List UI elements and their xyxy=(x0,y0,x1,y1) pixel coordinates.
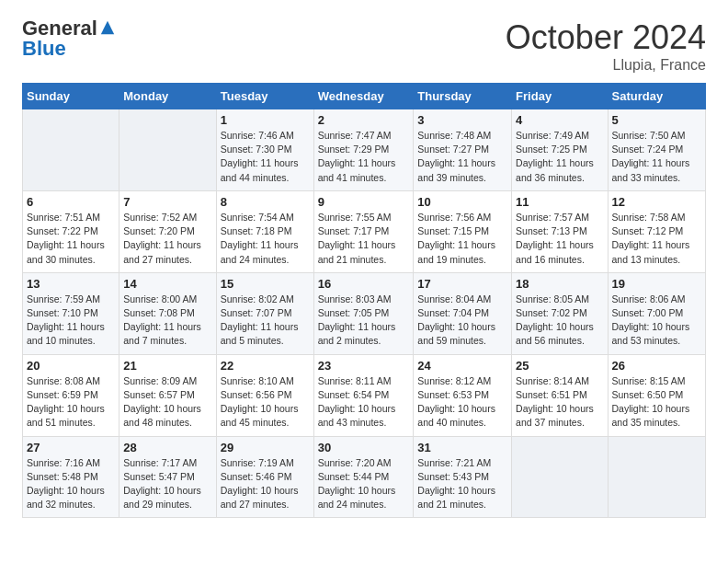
logo-icon xyxy=(99,19,116,36)
day-info: Sunrise: 7:54 AM Sunset: 7:18 PM Dayligh… xyxy=(221,211,310,267)
day-number: 7 xyxy=(123,195,212,209)
calendar-body: 1Sunrise: 7:46 AM Sunset: 7:30 PM Daylig… xyxy=(23,109,706,518)
calendar-cell xyxy=(23,109,119,191)
calendar-cell: 25Sunrise: 8:14 AM Sunset: 6:51 PM Dayli… xyxy=(512,354,608,436)
day-number: 1 xyxy=(221,113,310,127)
calendar-cell: 30Sunrise: 7:20 AM Sunset: 5:44 PM Dayli… xyxy=(313,436,414,518)
day-number: 19 xyxy=(612,277,701,291)
day-info: Sunrise: 7:20 AM Sunset: 5:44 PM Dayligh… xyxy=(318,456,410,512)
day-number: 13 xyxy=(27,277,115,291)
day-number: 2 xyxy=(318,113,410,127)
calendar-week-1: 6Sunrise: 7:51 AM Sunset: 7:22 PM Daylig… xyxy=(23,190,706,272)
day-number: 22 xyxy=(221,359,310,373)
logo: General Blue xyxy=(22,18,116,59)
calendar-cell: 17Sunrise: 8:04 AM Sunset: 7:04 PM Dayli… xyxy=(414,272,512,354)
calendar-cell: 8Sunrise: 7:54 AM Sunset: 7:18 PM Daylig… xyxy=(216,190,313,272)
day-info: Sunrise: 8:06 AM Sunset: 7:00 PM Dayligh… xyxy=(612,293,701,349)
calendar-cell xyxy=(512,436,608,518)
day-info: Sunrise: 7:58 AM Sunset: 7:12 PM Dayligh… xyxy=(612,211,701,267)
day-number: 26 xyxy=(612,359,701,373)
day-info: Sunrise: 7:46 AM Sunset: 7:30 PM Dayligh… xyxy=(221,129,310,185)
calendar-cell: 2Sunrise: 7:47 AM Sunset: 7:29 PM Daylig… xyxy=(313,109,414,191)
day-number: 10 xyxy=(417,195,507,209)
calendar-cell: 5Sunrise: 7:50 AM Sunset: 7:24 PM Daylig… xyxy=(608,109,705,191)
day-info: Sunrise: 8:10 AM Sunset: 6:56 PM Dayligh… xyxy=(221,374,310,431)
day-number: 27 xyxy=(27,441,115,454)
day-number: 20 xyxy=(27,359,115,373)
header: General Blue October 2024 Llupia, France xyxy=(22,18,706,74)
day-info: Sunrise: 8:11 AM Sunset: 6:54 PM Dayligh… xyxy=(318,374,410,431)
calendar-cell: 26Sunrise: 8:15 AM Sunset: 6:50 PM Dayli… xyxy=(608,354,705,436)
col-sunday: Sunday xyxy=(23,84,119,109)
day-info: Sunrise: 7:52 AM Sunset: 7:20 PM Dayligh… xyxy=(123,211,212,267)
calendar-cell: 29Sunrise: 7:19 AM Sunset: 5:46 PM Dayli… xyxy=(216,436,313,518)
day-info: Sunrise: 7:51 AM Sunset: 7:22 PM Dayligh… xyxy=(27,211,115,267)
day-number: 30 xyxy=(318,441,410,454)
calendar-cell: 12Sunrise: 7:58 AM Sunset: 7:12 PM Dayli… xyxy=(608,190,705,272)
calendar-header: Sunday Monday Tuesday Wednesday Thursday… xyxy=(23,84,706,109)
day-info: Sunrise: 8:00 AM Sunset: 7:08 PM Dayligh… xyxy=(123,293,212,349)
logo-blue-text: Blue xyxy=(22,39,66,59)
day-number: 15 xyxy=(221,277,310,291)
calendar-week-0: 1Sunrise: 7:46 AM Sunset: 7:30 PM Daylig… xyxy=(23,109,706,191)
calendar-cell: 22Sunrise: 8:10 AM Sunset: 6:56 PM Dayli… xyxy=(216,354,313,436)
header-row: Sunday Monday Tuesday Wednesday Thursday… xyxy=(23,84,706,109)
day-number: 24 xyxy=(417,359,507,373)
day-number: 3 xyxy=(417,113,507,127)
calendar-cell xyxy=(119,109,217,191)
day-number: 21 xyxy=(123,359,212,373)
day-number: 31 xyxy=(417,441,507,454)
col-saturday: Saturday xyxy=(608,84,705,109)
day-number: 6 xyxy=(27,195,115,209)
calendar-cell: 31Sunrise: 7:21 AM Sunset: 5:43 PM Dayli… xyxy=(414,436,512,518)
day-info: Sunrise: 7:49 AM Sunset: 7:25 PM Dayligh… xyxy=(516,129,603,185)
day-info: Sunrise: 7:59 AM Sunset: 7:10 PM Dayligh… xyxy=(27,293,115,349)
calendar-cell: 18Sunrise: 8:05 AM Sunset: 7:02 PM Dayli… xyxy=(512,272,608,354)
day-info: Sunrise: 8:12 AM Sunset: 6:53 PM Dayligh… xyxy=(417,374,507,431)
calendar-cell: 19Sunrise: 8:06 AM Sunset: 7:00 PM Dayli… xyxy=(608,272,705,354)
col-friday: Friday xyxy=(512,84,608,109)
col-thursday: Thursday xyxy=(414,84,512,109)
day-info: Sunrise: 8:04 AM Sunset: 7:04 PM Dayligh… xyxy=(417,293,507,349)
day-number: 25 xyxy=(516,359,603,373)
calendar-cell: 1Sunrise: 7:46 AM Sunset: 7:30 PM Daylig… xyxy=(216,109,313,191)
calendar-cell: 24Sunrise: 8:12 AM Sunset: 6:53 PM Dayli… xyxy=(414,354,512,436)
svg-marker-0 xyxy=(101,21,114,34)
day-number: 28 xyxy=(123,441,212,454)
day-info: Sunrise: 7:56 AM Sunset: 7:15 PM Dayligh… xyxy=(417,211,507,267)
calendar-cell: 21Sunrise: 8:09 AM Sunset: 6:57 PM Dayli… xyxy=(119,354,217,436)
location: Llupia, France xyxy=(506,57,706,74)
day-number: 8 xyxy=(221,195,310,209)
day-info: Sunrise: 8:02 AM Sunset: 7:07 PM Dayligh… xyxy=(221,293,310,349)
day-number: 23 xyxy=(318,359,410,373)
day-info: Sunrise: 7:55 AM Sunset: 7:17 PM Dayligh… xyxy=(318,211,410,267)
calendar-cell: 7Sunrise: 7:52 AM Sunset: 7:20 PM Daylig… xyxy=(119,190,217,272)
day-info: Sunrise: 7:57 AM Sunset: 7:13 PM Dayligh… xyxy=(516,211,603,267)
calendar-week-2: 13Sunrise: 7:59 AM Sunset: 7:10 PM Dayli… xyxy=(23,272,706,354)
day-number: 16 xyxy=(318,277,410,291)
calendar-cell: 4Sunrise: 7:49 AM Sunset: 7:25 PM Daylig… xyxy=(512,109,608,191)
calendar-cell: 28Sunrise: 7:17 AM Sunset: 5:47 PM Dayli… xyxy=(119,436,217,518)
calendar-cell: 11Sunrise: 7:57 AM Sunset: 7:13 PM Dayli… xyxy=(512,190,608,272)
day-info: Sunrise: 8:09 AM Sunset: 6:57 PM Dayligh… xyxy=(123,374,212,431)
col-monday: Monday xyxy=(119,84,217,109)
logo-general-text: General xyxy=(22,18,97,39)
day-number: 17 xyxy=(417,277,507,291)
col-tuesday: Tuesday xyxy=(216,84,313,109)
day-number: 5 xyxy=(612,113,701,127)
day-info: Sunrise: 8:14 AM Sunset: 6:51 PM Dayligh… xyxy=(516,374,603,431)
day-info: Sunrise: 7:47 AM Sunset: 7:29 PM Dayligh… xyxy=(318,129,410,185)
col-wednesday: Wednesday xyxy=(313,84,414,109)
day-info: Sunrise: 8:15 AM Sunset: 6:50 PM Dayligh… xyxy=(612,374,701,431)
day-number: 18 xyxy=(516,277,603,291)
day-info: Sunrise: 7:16 AM Sunset: 5:48 PM Dayligh… xyxy=(27,456,115,512)
calendar-cell: 16Sunrise: 8:03 AM Sunset: 7:05 PM Dayli… xyxy=(313,272,414,354)
calendar-cell: 6Sunrise: 7:51 AM Sunset: 7:22 PM Daylig… xyxy=(23,190,119,272)
day-number: 14 xyxy=(123,277,212,291)
day-number: 12 xyxy=(612,195,701,209)
day-info: Sunrise: 7:19 AM Sunset: 5:46 PM Dayligh… xyxy=(221,456,310,512)
month-title: October 2024 xyxy=(506,18,706,57)
calendar-cell: 27Sunrise: 7:16 AM Sunset: 5:48 PM Dayli… xyxy=(23,436,119,518)
calendar-cell: 15Sunrise: 8:02 AM Sunset: 7:07 PM Dayli… xyxy=(216,272,313,354)
calendar-cell: 20Sunrise: 8:08 AM Sunset: 6:59 PM Dayli… xyxy=(23,354,119,436)
